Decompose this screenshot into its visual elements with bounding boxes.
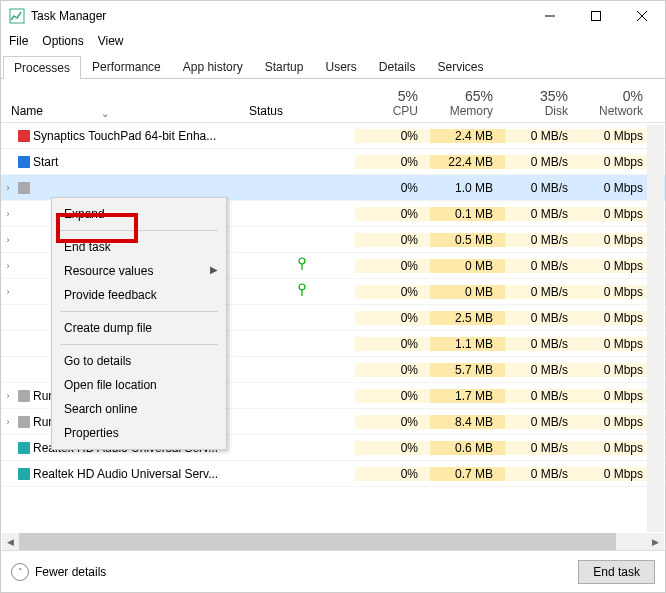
- table-row[interactable]: Start0%22.4 MB0 MB/s0 Mbps: [1, 149, 665, 175]
- process-icon: [15, 440, 33, 456]
- separator: [60, 344, 218, 345]
- cpu-value: 0%: [355, 337, 430, 351]
- ctx-resource-values[interactable]: Resource values▶: [52, 259, 226, 283]
- network-value: 0 Mbps: [580, 441, 655, 455]
- network-value: 0 Mbps: [580, 129, 655, 143]
- menubar: File Options View: [1, 31, 665, 51]
- network-value: 0 Mbps: [580, 389, 655, 403]
- cpu-value: 0%: [355, 363, 430, 377]
- ctx-open-location[interactable]: Open file location: [52, 373, 226, 397]
- cpu-value: 0%: [355, 441, 430, 455]
- svg-rect-15: [18, 468, 30, 480]
- col-status[interactable]: Status: [249, 104, 355, 122]
- disk-value: 0 MB/s: [505, 467, 580, 481]
- end-task-button[interactable]: End task: [578, 560, 655, 584]
- expand-icon[interactable]: ›: [1, 183, 15, 193]
- cpu-value: 0%: [355, 233, 430, 247]
- menu-file[interactable]: File: [9, 34, 28, 48]
- cpu-value: 0%: [355, 467, 430, 481]
- memory-value: 1.7 MB: [430, 389, 505, 403]
- col-disk[interactable]: 35%Disk: [505, 88, 580, 122]
- process-icon: [15, 466, 33, 482]
- expand-icon[interactable]: ›: [1, 261, 15, 271]
- network-value: 0 Mbps: [580, 259, 655, 273]
- svg-rect-7: [18, 182, 30, 194]
- ctx-go-to-details[interactable]: Go to details: [52, 349, 226, 373]
- expand-icon[interactable]: ›: [1, 287, 15, 297]
- scrollbar-thumb[interactable]: [19, 533, 616, 550]
- ctx-create-dump[interactable]: Create dump file: [52, 316, 226, 340]
- horizontal-scrollbar[interactable]: ◀ ▶: [2, 533, 664, 550]
- svg-point-10: [299, 284, 305, 290]
- memory-value: 1.0 MB: [430, 181, 505, 195]
- cpu-value: 0%: [355, 285, 430, 299]
- ctx-properties[interactable]: Properties: [52, 421, 226, 445]
- menu-options[interactable]: Options: [42, 34, 83, 48]
- svg-rect-0: [10, 9, 24, 23]
- col-network[interactable]: 0%Network: [580, 88, 655, 122]
- network-value: 0 Mbps: [580, 181, 655, 195]
- separator: [60, 311, 218, 312]
- table-row[interactable]: Synaptics TouchPad 64-bit Enha...0%2.4 M…: [1, 123, 665, 149]
- ctx-end-task[interactable]: End task: [52, 235, 226, 259]
- network-value: 0 Mbps: [580, 415, 655, 429]
- expand-icon[interactable]: ›: [1, 391, 15, 401]
- scroll-left-icon[interactable]: ◀: [2, 533, 19, 550]
- col-name[interactable]: ⌄ Name: [1, 104, 249, 122]
- tab-performance[interactable]: Performance: [81, 55, 172, 78]
- cpu-value: 0%: [355, 259, 430, 273]
- expand-icon[interactable]: ›: [1, 417, 15, 427]
- svg-rect-6: [18, 156, 30, 168]
- process-icon: [15, 128, 33, 144]
- column-headers: ⌄ Name Status 5%CPU 65%Memory 35%Disk 0%…: [1, 79, 665, 123]
- process-status: [249, 283, 355, 300]
- ctx-search-online[interactable]: Search online: [52, 397, 226, 421]
- disk-value: 0 MB/s: [505, 441, 580, 455]
- memory-value: 2.4 MB: [430, 129, 505, 143]
- network-value: 0 Mbps: [580, 467, 655, 481]
- cpu-value: 0%: [355, 181, 430, 195]
- expand-icon[interactable]: ›: [1, 209, 15, 219]
- disk-value: 0 MB/s: [505, 363, 580, 377]
- menu-view[interactable]: View: [98, 34, 124, 48]
- process-icon: [15, 206, 33, 222]
- memory-value: 8.4 MB: [430, 415, 505, 429]
- tab-users[interactable]: Users: [314, 55, 367, 78]
- col-memory[interactable]: 65%Memory: [430, 88, 505, 122]
- table-row[interactable]: Realtek HD Audio Universal Serv...0%0.7 …: [1, 461, 665, 487]
- process-name: Start: [33, 155, 249, 169]
- disk-value: 0 MB/s: [505, 259, 580, 273]
- tab-processes[interactable]: Processes: [3, 56, 81, 79]
- disk-value: 0 MB/s: [505, 285, 580, 299]
- vertical-scrollbar[interactable]: [647, 125, 664, 532]
- cpu-value: 0%: [355, 155, 430, 169]
- app-icon: [9, 8, 25, 24]
- minimize-button[interactable]: [527, 1, 573, 31]
- network-value: 0 Mbps: [580, 233, 655, 247]
- fewer-details-toggle[interactable]: ˄ Fewer details: [11, 563, 106, 581]
- process-icon: [15, 388, 33, 404]
- memory-value: 2.5 MB: [430, 311, 505, 325]
- scroll-right-icon[interactable]: ▶: [647, 533, 664, 550]
- tab-app-history[interactable]: App history: [172, 55, 254, 78]
- col-cpu[interactable]: 5%CPU: [355, 88, 430, 122]
- close-button[interactable]: [619, 1, 665, 31]
- process-icon: [15, 414, 33, 430]
- network-value: 0 Mbps: [580, 207, 655, 221]
- tab-services[interactable]: Services: [427, 55, 495, 78]
- network-value: 0 Mbps: [580, 363, 655, 377]
- process-icon: [15, 336, 33, 352]
- cpu-value: 0%: [355, 207, 430, 221]
- ctx-expand[interactable]: Expand: [52, 202, 226, 226]
- process-icon: [15, 362, 33, 378]
- tab-details[interactable]: Details: [368, 55, 427, 78]
- cpu-value: 0%: [355, 415, 430, 429]
- network-value: 0 Mbps: [580, 337, 655, 351]
- memory-value: 0 MB: [430, 285, 505, 299]
- process-status: [249, 257, 355, 274]
- disk-value: 0 MB/s: [505, 233, 580, 247]
- ctx-provide-feedback[interactable]: Provide feedback: [52, 283, 226, 307]
- tab-startup[interactable]: Startup: [254, 55, 315, 78]
- maximize-button[interactable]: [573, 1, 619, 31]
- expand-icon[interactable]: ›: [1, 235, 15, 245]
